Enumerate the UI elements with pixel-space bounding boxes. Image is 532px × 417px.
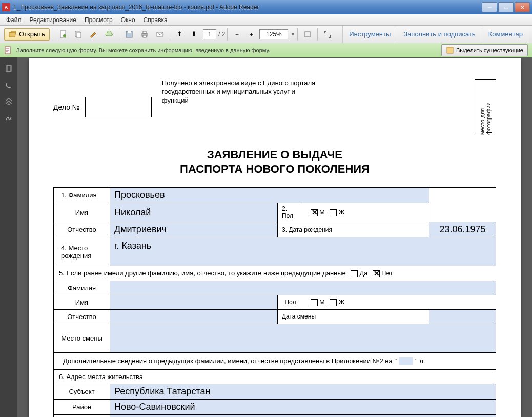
label-prev-sex: Пол xyxy=(277,295,303,309)
field-dob[interactable]: 23.06.1975 xyxy=(429,222,496,237)
page-number-input[interactable] xyxy=(203,29,216,39)
page-down-button[interactable]: ⬇ xyxy=(188,28,200,41)
separator xyxy=(297,28,298,41)
svg-rect-10 xyxy=(305,32,310,37)
app-icon: A xyxy=(2,3,10,11)
field-surname[interactable]: Просковьев xyxy=(110,188,429,203)
page-up-button[interactable]: ⬆ xyxy=(173,28,186,41)
pencil-icon xyxy=(90,30,98,38)
create-pdf-button[interactable] xyxy=(56,28,70,41)
field-name[interactable]: Николай xyxy=(110,203,278,222)
close-button[interactable]: ✕ xyxy=(515,2,530,12)
svg-rect-3 xyxy=(77,32,81,38)
sidebar-sign[interactable] xyxy=(3,112,15,124)
menu-help[interactable]: Справка xyxy=(139,15,172,25)
checkbox-prev-sex-m[interactable] xyxy=(311,299,318,306)
label-dob: 3. Дата рождения xyxy=(277,222,429,237)
maximize-button[interactable]: ▭ xyxy=(498,2,514,12)
document-viewport[interactable]: Дело № Получено в электронном виде с Еди… xyxy=(17,57,532,417)
zoom-dropdown-icon[interactable]: ▼ xyxy=(290,31,295,37)
separator xyxy=(119,28,119,41)
plus-icon: ＋ xyxy=(248,30,255,39)
checkbox-prev-no[interactable] xyxy=(373,270,380,277)
field-locality[interactable]: г. Казань xyxy=(110,415,496,417)
checkbox-prev-yes[interactable] xyxy=(351,270,358,277)
label-prev-surname: Фамилия xyxy=(54,281,110,295)
checkbox-sex-f[interactable] xyxy=(330,209,337,216)
checkbox-prev-sex-f[interactable] xyxy=(330,299,337,306)
label-name: Имя xyxy=(54,203,110,222)
menu-view[interactable]: Просмотр xyxy=(80,15,117,25)
page-total: / 2 xyxy=(218,31,225,38)
mail-icon xyxy=(156,30,164,38)
field-place-change[interactable] xyxy=(110,324,496,352)
label-prev-patr: Отчество xyxy=(54,309,110,324)
label-address-header: 6. Адрес места жительства xyxy=(54,370,496,384)
read-mode-button[interactable] xyxy=(321,28,334,41)
sidebar-layers[interactable] xyxy=(3,95,15,108)
fit-width-button[interactable] xyxy=(301,28,314,41)
label-district: Район xyxy=(54,400,110,415)
form-icon xyxy=(4,46,12,54)
arrow-up-icon: ⬆ xyxy=(177,30,182,38)
label-locality: Населенный пункт xyxy=(54,415,110,417)
highlight-fields-button[interactable]: Выделить существующие xyxy=(441,44,528,56)
arrow-down-icon: ⬇ xyxy=(191,30,197,38)
zoom-out-button[interactable]: － xyxy=(231,28,243,41)
label-sex: 2. Пол xyxy=(277,203,303,222)
case-number-label: Дело № xyxy=(53,103,80,111)
minus-icon: － xyxy=(234,30,240,39)
sidebar-thumbnails[interactable] xyxy=(3,63,15,75)
svg-rect-7 xyxy=(143,31,146,33)
menu-window[interactable]: Окно xyxy=(117,15,139,25)
label-date-change: Дата смены xyxy=(277,309,429,324)
svg-rect-5 xyxy=(128,31,131,33)
menu-file[interactable]: Файл xyxy=(2,15,26,25)
menu-edit[interactable]: Редактирование xyxy=(26,15,80,25)
tools-panel-button[interactable]: Инструменты xyxy=(342,26,397,43)
cloud-button[interactable] xyxy=(103,28,116,41)
save-button[interactable] xyxy=(122,28,136,41)
label-patronymic: Отчество xyxy=(54,222,110,237)
field-district[interactable]: Ново-Савиновский xyxy=(110,400,496,415)
appendix-pages-field[interactable] xyxy=(399,357,413,365)
zoom-in-button[interactable]: ＋ xyxy=(245,28,257,41)
photo-text: место для фотографии xyxy=(479,80,492,135)
edit-pdf-button[interactable] xyxy=(87,28,100,41)
appendix-note: Дополнительные сведения о предыдущих фам… xyxy=(54,352,496,370)
printer-icon xyxy=(140,30,149,38)
field-date-change[interactable] xyxy=(429,309,496,324)
cloud-up-icon xyxy=(105,30,113,38)
open-button[interactable]: Открыть xyxy=(4,28,50,41)
floppy-icon xyxy=(125,30,133,38)
separator xyxy=(227,28,228,41)
label-place-change: Место смены xyxy=(54,324,110,352)
label-surname: 1. Фамилия xyxy=(54,188,110,203)
sidebar-attachments[interactable] xyxy=(3,79,15,91)
field-patronymic[interactable]: Дмитриевич xyxy=(110,222,278,237)
svg-rect-13 xyxy=(6,66,10,72)
svg-rect-12 xyxy=(447,47,453,53)
info-message: Заполните следующую форму. Вы можете сох… xyxy=(16,47,441,53)
highlight-icon xyxy=(446,46,454,54)
field-subject[interactable]: Республика Татарстан xyxy=(110,384,496,400)
fill-sign-panel-button[interactable]: Заполнить и подписать xyxy=(397,26,481,43)
checkbox-sex-m[interactable] xyxy=(311,209,318,216)
field-prev-patr[interactable] xyxy=(110,309,278,324)
photo-placeholder: место для фотографии xyxy=(475,79,496,135)
comment-panel-button[interactable]: Комментар xyxy=(482,26,529,43)
convert-button[interactable] xyxy=(72,28,85,41)
folder-open-icon xyxy=(9,30,17,38)
minimize-button[interactable]: ─ xyxy=(482,2,497,12)
print-button[interactable] xyxy=(138,28,151,41)
email-button[interactable] xyxy=(153,28,167,41)
svg-rect-8 xyxy=(143,35,146,37)
field-prev-name[interactable] xyxy=(110,295,278,309)
expand-icon xyxy=(323,30,332,38)
svg-point-1 xyxy=(63,34,66,37)
zoom-input[interactable] xyxy=(259,29,288,39)
case-number-field[interactable] xyxy=(85,97,152,117)
sidebar xyxy=(0,57,17,417)
field-prev-surname[interactable] xyxy=(110,281,496,295)
field-pob[interactable]: г. Казань xyxy=(110,237,496,266)
